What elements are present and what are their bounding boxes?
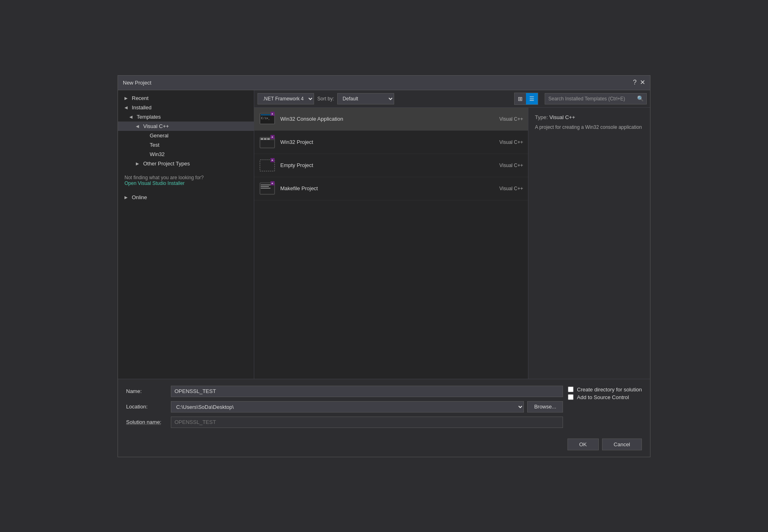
solution-name-label: Solution name: [126, 419, 171, 425]
sidebar-item-other-project-types[interactable]: ▶ Other Project Types [118, 159, 254, 168]
recent-label: Recent [132, 95, 148, 101]
template-list: C:\>_ + Win32 Console Application Visual… [254, 108, 528, 379]
templates-arrow-icon: ◀ [129, 115, 134, 119]
template-type-win32-console: Visual C++ [482, 116, 523, 122]
sort-select[interactable]: Default [337, 93, 394, 104]
sortby-label: Sort by: [317, 96, 334, 102]
list-and-info: C:\>_ + Win32 Console Application Visual… [254, 108, 650, 379]
recent-arrow-icon: ▶ [124, 96, 129, 100]
dialog-title: New Project [123, 80, 151, 86]
svg-text:+: + [271, 135, 273, 139]
grid-view-button[interactable]: ⊞ [515, 93, 526, 104]
svg-text:+: + [271, 112, 273, 116]
add-source-checkbox[interactable] [568, 394, 574, 400]
win32-label: Win32 [150, 151, 165, 157]
other-arrow-icon: ▶ [136, 161, 141, 166]
makefile-project-icon: + [259, 180, 275, 197]
sidebar-item-win32[interactable]: ▶ Win32 [118, 150, 254, 159]
name-label: Name: [126, 388, 171, 394]
svg-rect-17 [261, 185, 272, 185]
sidebar-item-recent[interactable]: ▶ Recent [118, 93, 254, 103]
framework-select[interactable]: .NET Framework 4 [257, 93, 314, 104]
create-dir-row: Create directory for solution [568, 387, 642, 393]
svg-text:+: + [271, 159, 273, 162]
form-actions: OK Cancel [126, 439, 642, 450]
template-name-makefile-project: Makefile Project [280, 185, 318, 191]
not-finding-text: Not finding what you are looking for? Op… [118, 168, 254, 188]
list-view-button[interactable]: ☰ [526, 93, 538, 104]
cancel-button[interactable]: Cancel [602, 439, 642, 450]
sidebar-item-installed[interactable]: ◀ Installed [118, 103, 254, 112]
template-name-win32-console: Win32 Console Application [280, 116, 343, 122]
new-project-dialog: New Project ? ✕ ▶ Recent ◀ Installed ◀ T… [118, 75, 650, 457]
template-item-win32-console[interactable]: C:\>_ + Win32 Console Application Visual… [254, 108, 528, 131]
add-source-label[interactable]: Add to Source Control [577, 394, 629, 400]
main-area: ▶ Recent ◀ Installed ◀ Templates ◀ Visua… [118, 90, 650, 379]
location-label: Location: [126, 404, 171, 410]
name-input[interactable] [171, 386, 563, 397]
type-label: Type: [535, 114, 548, 120]
templates-label: Templates [137, 114, 161, 120]
type-value: Visual C++ [549, 114, 575, 120]
svg-rect-19 [261, 188, 271, 189]
info-type-row: Type: Visual C++ [535, 114, 644, 120]
create-dir-label[interactable]: Create directory for solution [577, 387, 642, 393]
sidebar-item-general[interactable]: ▶ General [118, 131, 254, 140]
location-row: Location: C:\Users\SoDa\Desktop\ Browse.… [126, 401, 563, 413]
sidebar-item-templates[interactable]: ◀ Templates [118, 112, 254, 122]
title-bar-buttons: ? ✕ [633, 79, 645, 86]
close-button[interactable]: ✕ [640, 79, 645, 86]
ok-button[interactable]: OK [567, 439, 599, 450]
view-toggle: ⊞ ☰ [514, 93, 538, 105]
help-button[interactable]: ? [633, 79, 637, 86]
svg-rect-18 [261, 186, 269, 187]
svg-text:C:\>_: C:\>_ [261, 117, 270, 120]
location-input-group: C:\Users\SoDa\Desktop\ Browse... [171, 401, 563, 413]
info-panel: Type: Visual C++ A project for creating … [528, 108, 650, 379]
bottom-main: Name: Location: C:\Users\SoDa\Desktop\ B… [126, 386, 642, 432]
solution-name-row: Solution name: [126, 417, 563, 428]
svg-rect-8 [261, 138, 263, 140]
browse-button[interactable]: Browse... [527, 401, 563, 413]
search-icon[interactable]: 🔍 [635, 95, 646, 102]
search-input[interactable] [545, 94, 635, 103]
template-item-win32-project[interactable]: + Win32 Project Visual C++ [254, 131, 528, 154]
visual-cpp-label: Visual C++ [143, 123, 169, 129]
online-arrow-icon: ▶ [124, 195, 129, 200]
create-dir-checkbox[interactable] [568, 387, 574, 392]
title-bar: New Project ? ✕ [118, 76, 650, 90]
general-label: General [150, 132, 168, 139]
sidebar-item-test[interactable]: ▶ Test [118, 140, 254, 150]
content-wrapper: .NET Framework 4 Sort by: Default ⊞ ☰ 🔍 [254, 90, 650, 379]
template-type-makefile-project: Visual C++ [482, 186, 523, 191]
bottom-inputs: Name: Location: C:\Users\SoDa\Desktop\ B… [126, 386, 563, 432]
toolbar: .NET Framework 4 Sort by: Default ⊞ ☰ 🔍 [254, 90, 650, 108]
empty-project-icon: + [259, 157, 275, 174]
installed-arrow-icon: ◀ [124, 105, 129, 110]
solution-name-input [171, 417, 563, 428]
template-type-empty-project: Visual C++ [482, 163, 523, 168]
template-type-win32-project: Visual C++ [482, 139, 523, 145]
online-label: Online [132, 194, 147, 200]
bottom-right-options: Create directory for solution Add to Sou… [568, 386, 642, 400]
location-select[interactable]: C:\Users\SoDa\Desktop\ [171, 401, 524, 413]
info-description: A project for creating a Win32 console a… [535, 124, 644, 131]
sidebar: ▶ Recent ◀ Installed ◀ Templates ◀ Visua… [118, 90, 254, 379]
bottom-form: Name: Location: C:\Users\SoDa\Desktop\ B… [118, 379, 650, 457]
template-item-makefile-project[interactable]: + Makefile Project Visual C++ [254, 177, 528, 200]
add-source-row: Add to Source Control [568, 394, 642, 400]
sidebar-item-online[interactable]: ▶ Online [118, 193, 254, 202]
template-name-win32-project: Win32 Project [280, 139, 313, 145]
installer-link[interactable]: Open Visual Studio Installer [124, 180, 185, 186]
win32-console-icon: C:\>_ + [259, 111, 275, 127]
test-label: Test [150, 142, 159, 148]
sidebar-item-visual-cpp[interactable]: ◀ Visual C++ [118, 122, 254, 131]
svg-rect-10 [267, 138, 270, 140]
template-item-empty-project[interactable]: + Empty Project Visual C++ [254, 154, 528, 177]
template-name-empty-project: Empty Project [280, 162, 313, 168]
installed-label: Installed [132, 104, 151, 111]
search-box: 🔍 [545, 93, 647, 104]
other-project-types-label: Other Project Types [143, 161, 190, 167]
win32-project-icon: + [259, 134, 275, 150]
svg-rect-9 [264, 138, 266, 140]
